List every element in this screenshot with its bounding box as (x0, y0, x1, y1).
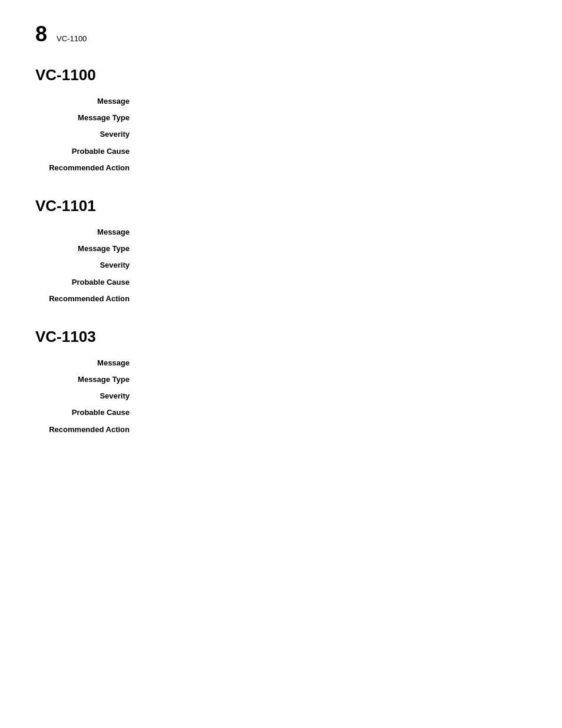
field-label: Message (35, 96, 141, 107)
field-label: Severity (35, 129, 141, 140)
page-header: 8 VC-1100 (35, 24, 527, 45)
field-row: Message Type (35, 374, 527, 385)
field-label: Recommended Action (35, 424, 141, 435)
field-label: Message Type (35, 243, 141, 254)
field-row: Recommended Action (35, 163, 527, 173)
section-title-vc-1100: VC-1100 (35, 66, 527, 84)
field-row: Probable Cause (35, 407, 527, 418)
field-row: Severity (35, 391, 527, 401)
field-row: Recommended Action (35, 294, 527, 304)
section-vc-1103: VC-1103MessageMessage TypeSeverityProbab… (35, 328, 527, 435)
field-row: Severity (35, 129, 527, 140)
field-label: Recommended Action (35, 294, 141, 304)
field-label: Severity (35, 391, 141, 401)
page-number: 8 (35, 24, 47, 45)
field-label: Message (35, 227, 141, 238)
field-label: Probable Cause (35, 277, 141, 288)
field-row: Message Type (35, 113, 527, 123)
field-row: Message (35, 358, 527, 368)
field-row: Probable Cause (35, 146, 527, 157)
page-subtitle: VC-1100 (57, 34, 87, 43)
section-title-vc-1101: VC-1101 (35, 197, 527, 215)
field-row: Severity (35, 260, 527, 271)
field-row: Message (35, 96, 527, 107)
field-row: Recommended Action (35, 424, 527, 435)
field-row: Probable Cause (35, 277, 527, 288)
field-label: Message (35, 358, 141, 368)
field-label: Message Type (35, 113, 141, 123)
section-title-vc-1103: VC-1103 (35, 328, 527, 346)
field-label: Severity (35, 260, 141, 271)
field-row: Message (35, 227, 527, 238)
field-label: Message Type (35, 374, 141, 385)
field-label: Probable Cause (35, 407, 141, 418)
section-vc-1100: VC-1100MessageMessage TypeSeverityProbab… (35, 66, 527, 173)
field-label: Probable Cause (35, 146, 141, 157)
field-label: Recommended Action (35, 163, 141, 173)
section-vc-1101: VC-1101MessageMessage TypeSeverityProbab… (35, 197, 527, 304)
field-row: Message Type (35, 243, 527, 254)
